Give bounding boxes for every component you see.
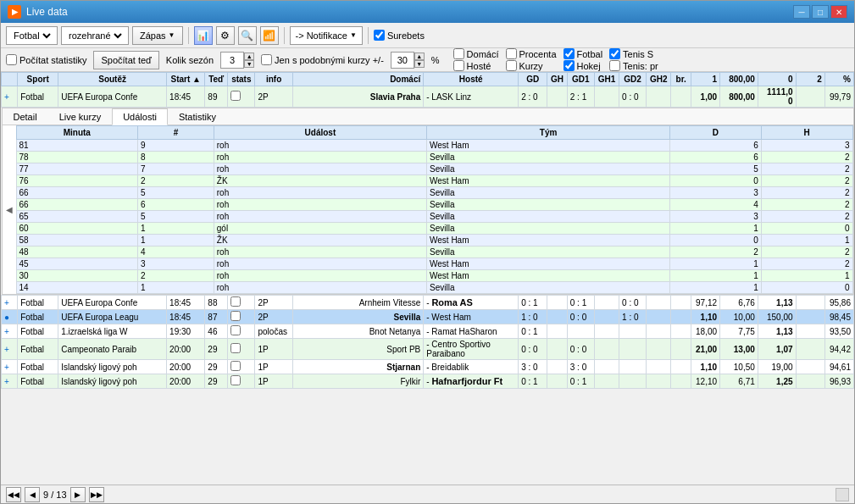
nav-last-button[interactable]: ▶▶	[89, 487, 104, 502]
th-sport[interactable]: Sport	[18, 73, 58, 86]
tenis-s-checkbox[interactable]	[609, 48, 620, 59]
table-container[interactable]: Sport Soutěž Start ▲ Teď stats info Domá…	[1, 72, 854, 485]
plus-down[interactable]: ▼	[414, 60, 425, 68]
th-gh2[interactable]: GH2	[647, 73, 671, 86]
minimize-button[interactable]: ─	[793, 5, 810, 19]
th-gd1[interactable]: GD1	[567, 73, 594, 86]
tenis-s-label[interactable]: Tenis S	[609, 48, 658, 59]
table-row[interactable]: + Fotbal Islandský ligový poh 20:00 29 1…	[2, 360, 854, 374]
row-expand[interactable]: ●	[2, 310, 18, 324]
pocitat-checkbox-label[interactable]: Počítat statistiky	[6, 54, 86, 65]
nav-first-button[interactable]: ◀◀	[6, 487, 21, 502]
events-table-row[interactable]: 30 2 roh West Ham 1 1	[16, 270, 852, 282]
th-start[interactable]: Start ▲	[167, 73, 205, 86]
th-soutez[interactable]: Soutěž	[58, 73, 167, 86]
table-row[interactable]: + Fotbal Campeonato Paraib 20:00 29 1P S…	[2, 339, 854, 360]
search-button[interactable]: 🔍	[238, 26, 257, 45]
pocitat-checkbox[interactable]	[6, 54, 17, 65]
table-row[interactable]: + Fotbal UEFA Europa Confe 18:45 88 2P A…	[2, 296, 854, 310]
spocitat-button[interactable]: Spočítat teď	[93, 51, 158, 69]
events-table-row[interactable]: 45 3 roh West Ham 1 2	[16, 258, 852, 270]
events-table-row[interactable]: 76 2 ŽK West Ham 0 2	[16, 175, 852, 187]
th-pct[interactable]: %	[824, 73, 853, 86]
th-ted[interactable]: Teď	[205, 73, 228, 86]
filter-dropdown[interactable]: rozehrané	[61, 26, 129, 45]
events-table-row[interactable]: 14 1 roh Sevilla 1 0	[16, 282, 852, 294]
fotbal-label[interactable]: Fotbal	[564, 48, 603, 59]
th-gd[interactable]: GD	[519, 73, 547, 86]
row-stats-check[interactable]	[230, 343, 241, 353]
table-row[interactable]: + Fotbal Islandský ligový poh 20:00 29 1…	[2, 374, 854, 389]
events-table-row[interactable]: 58 1 ŽK West Ham 0 1	[16, 235, 852, 246]
row-expand[interactable]: +	[2, 339, 18, 360]
th-domaci[interactable]: Domácí	[292, 73, 424, 86]
row-expand[interactable]: +	[2, 324, 18, 339]
domaci-checkbox[interactable]	[453, 48, 464, 59]
hokej-checkbox[interactable]	[564, 60, 575, 71]
table-row[interactable]: + Fotbal 1.izraelská liga W 19:30 46 pol…	[2, 324, 854, 339]
row-expand[interactable]: +	[2, 296, 18, 310]
th-gd2[interactable]: GD2	[619, 73, 647, 86]
events-table-row[interactable]: 48 4 roh Sevilla 2 2	[16, 246, 852, 258]
kurzy-checkbox[interactable]	[506, 60, 517, 71]
stats-button[interactable]: 📶	[260, 26, 279, 45]
hoste-checkbox[interactable]	[453, 60, 464, 71]
jen-checkbox-label[interactable]: Jen s podobnými kurzy +/-	[261, 54, 384, 65]
row-stats-check[interactable]	[230, 296, 241, 307]
th-gh1[interactable]: GH1	[594, 73, 619, 86]
tenis-p-label[interactable]: Tenis: pr	[609, 60, 658, 71]
tenis-p-checkbox[interactable]	[609, 60, 620, 71]
nav-next-button[interactable]: ▶	[70, 487, 86, 502]
tab-statistiky[interactable]: Statistiky	[168, 108, 227, 125]
kolik-spinner[interactable]: ▲ ▼	[220, 52, 254, 69]
row-expand[interactable]: +	[2, 374, 18, 389]
th-stats[interactable]: stats	[228, 73, 255, 86]
chart-button[interactable]: 📊	[194, 26, 213, 45]
th-info[interactable]: info	[255, 73, 292, 86]
row-expand[interactable]: +	[2, 360, 18, 374]
scroll-indicator[interactable]	[836, 488, 849, 501]
events-table-row[interactable]: 78 8 roh Sevilla 6 2	[16, 152, 852, 163]
events-table-row[interactable]: 81 9 roh West Ham 6 3	[16, 140, 852, 152]
kurzy-label[interactable]: Kurzy	[506, 60, 557, 71]
events-table-row[interactable]: 65 5 roh Sevilla 3 2	[16, 211, 852, 223]
th-gh[interactable]: GH	[547, 73, 567, 86]
events-table-row[interactable]: 77 7 roh Sevilla 5 2	[16, 163, 852, 175]
row-stats-check[interactable]	[230, 375, 241, 385]
nav-prev-button[interactable]: ◀	[25, 487, 40, 502]
plus-spinner[interactable]: ▲ ▼	[391, 52, 425, 69]
th-1[interactable]: 1	[691, 73, 719, 86]
tab-detail[interactable]: Detail	[3, 108, 48, 125]
row-expand[interactable]: +	[2, 86, 18, 108]
sport-dropdown[interactable]: Fotbal	[6, 26, 58, 45]
th-br[interactable]: br.	[671, 73, 691, 86]
events-table-row[interactable]: 66 5 roh Sevilla 3 2	[16, 187, 852, 199]
events-table-row[interactable]: 66 6 roh Sevilla 4 2	[16, 199, 852, 211]
tab-live-kurzy[interactable]: Live kurzy	[48, 108, 113, 125]
procenta-label[interactable]: Procenta	[506, 48, 557, 59]
kolik-input[interactable]	[220, 52, 244, 69]
plus-up[interactable]: ▲	[414, 53, 425, 60]
table-row[interactable]: + Fotbal UEFA Europa Confe 18:45 89 2P S…	[2, 86, 854, 108]
row-stats-check[interactable]	[230, 325, 241, 335]
fotbal-checkbox[interactable]	[564, 48, 575, 59]
kolik-up[interactable]: ▲	[244, 53, 254, 60]
filter-select[interactable]: rozehrané	[65, 30, 125, 42]
plus-input[interactable]	[391, 52, 414, 69]
maximize-button[interactable]: □	[812, 5, 829, 19]
hoste-label[interactable]: Hosté	[453, 60, 499, 71]
jen-checkbox[interactable]	[261, 54, 272, 65]
domaci-label[interactable]: Domácí	[453, 48, 499, 59]
surebets-checkbox[interactable]	[374, 30, 385, 41]
row-stats-check[interactable]	[230, 91, 241, 101]
surebets-checkbox-label[interactable]: Surebets	[374, 30, 425, 41]
th-2[interactable]: 2	[796, 73, 824, 86]
th-hoste[interactable]: Hosté	[424, 73, 519, 86]
kolik-down[interactable]: ▼	[244, 60, 254, 68]
zapas-button[interactable]: Zápas ▼	[132, 26, 183, 45]
events-table-row[interactable]: 60 1 gól Sevilla 1 0	[16, 223, 852, 235]
row-stats-check[interactable]	[230, 311, 241, 321]
th-0[interactable]: 0	[758, 73, 796, 86]
notifikace-button[interactable]: -> Notifikace ▼	[290, 26, 363, 45]
settings-button[interactable]: ⚙	[216, 26, 235, 45]
